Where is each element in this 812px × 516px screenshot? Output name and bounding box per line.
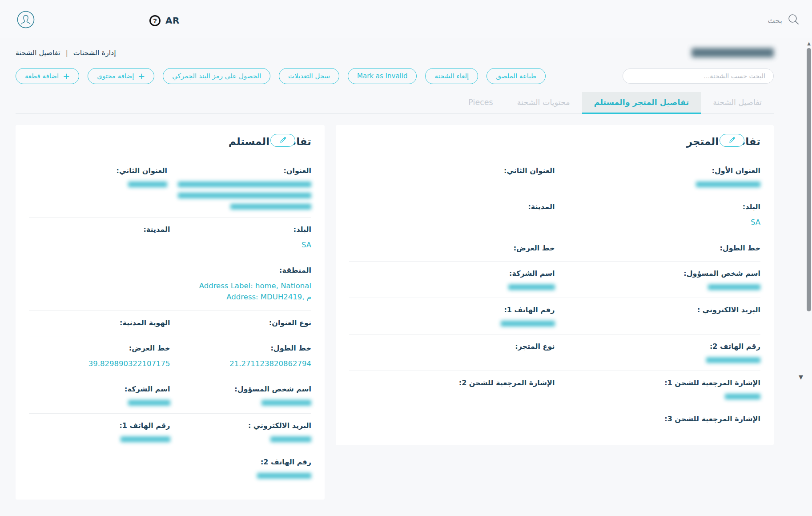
toolbar-button[interactable]: +إضافة محتوى xyxy=(88,68,154,84)
field-cell xyxy=(29,457,170,479)
breadcrumb: إدارة الشحنات | تفاصيل الشحنة xyxy=(16,48,116,57)
field-row: رقم الهاتف 2: xyxy=(29,450,311,486)
field-label: رقم الهاتف 1: xyxy=(360,305,555,315)
toolbar-button-label: إضافة محتوى xyxy=(97,72,134,80)
field-cell: خط الطول:21.271123820862794 xyxy=(170,343,312,370)
redacted-value xyxy=(725,394,760,399)
field-label: المدينة: xyxy=(360,202,555,212)
field-cell: خط الطول: xyxy=(555,243,761,254)
field-row: خط الطول:21.271123820862794خط العرض:39.8… xyxy=(29,336,311,377)
field-label: الهوية المدنية: xyxy=(40,318,170,328)
field-row: اسم شخص المسؤول:اسم الشركة: xyxy=(349,262,760,298)
recipient-details-card: تفاصيل المستلم العنوان:العنوان الثاني:ال… xyxy=(16,125,325,500)
scroll-up-arrow-icon[interactable]: ▲ xyxy=(807,41,811,46)
field-value: SA xyxy=(566,217,761,228)
field-cell: العنوان الثاني: xyxy=(29,165,167,210)
field-cell: رقم الهاتف 1: xyxy=(349,305,555,327)
redacted-value xyxy=(261,400,311,406)
redacted-value xyxy=(508,284,555,290)
edit-store-button[interactable] xyxy=(720,134,744,147)
toolbar-button[interactable]: +اضافة قطعة xyxy=(16,68,79,84)
field-cell xyxy=(29,265,170,303)
field-cell: خط العرض: xyxy=(349,243,555,254)
field-cell: الإشارة المرجعية للشحن 2: xyxy=(349,378,555,399)
field-value: SA xyxy=(181,239,312,251)
field-row: المنطقة:Address Label: home, National Ad… xyxy=(29,258,311,310)
field-cell: الهوية المدنية: xyxy=(29,318,170,328)
toolbar-button-label: الحصول على رمز البند الجمركي xyxy=(172,72,261,80)
redacted-value xyxy=(178,181,311,187)
field-row: اسم شخص المسؤول:اسم الشركة: xyxy=(29,377,311,413)
redacted-value xyxy=(128,400,170,406)
redacted-value xyxy=(501,321,555,327)
field-label: اسم شخص المسؤول: xyxy=(181,384,312,395)
field-label: البريد الالكتروني : xyxy=(566,305,761,315)
field-row: رقم الهاتف 2:نوع المتجر: xyxy=(349,335,760,371)
scroll-down-arrow-icon[interactable]: ▼ xyxy=(799,374,803,380)
field-label: العنوان الثاني: xyxy=(40,165,167,176)
field-cell: العنوان: xyxy=(167,165,311,210)
field-label: نوع المتجر: xyxy=(360,341,555,352)
edit-recipient-button[interactable] xyxy=(270,134,295,147)
field-row: العنوان الأول:العنوان الثاني: xyxy=(349,159,760,195)
field-row: خط الطول:خط العرض: xyxy=(349,236,760,261)
shipment-number-redacted xyxy=(691,48,774,57)
field-label: العنوان الأول: xyxy=(566,165,761,176)
tab-inactive[interactable]: محتويات الشحنة xyxy=(505,92,582,114)
field-cell: اسم شخص المسؤول: xyxy=(555,268,761,290)
toolbar-button[interactable]: إلغاء الشحنة xyxy=(425,68,478,84)
toolbar-button[interactable]: سجل التعديلات xyxy=(279,68,339,84)
field-cell: اسم شخص المسؤول: xyxy=(170,384,312,406)
tab-active[interactable]: تفاصيل المتجر والمستلم xyxy=(582,92,701,114)
search-icon xyxy=(788,13,800,28)
field-label: الإشارة المرجعية للشحن 1: xyxy=(566,378,761,388)
shipment-search-input[interactable] xyxy=(623,69,774,84)
detail-tabs: تفاصيل الشحنةتفاصيل المتجر والمستلممحتوي… xyxy=(16,92,774,114)
toolbar-button[interactable]: Mark as Invalid xyxy=(348,68,417,84)
top-header: ? AR بحث xyxy=(0,0,812,39)
field-label: العنوان الثاني: xyxy=(360,165,555,176)
breadcrumb-shipment-details[interactable]: تفاصيل الشحنة xyxy=(16,48,60,57)
user-avatar-icon[interactable] xyxy=(17,11,35,28)
help-glyph: ? xyxy=(153,17,157,24)
toolbar-button[interactable]: طباعة الملصق xyxy=(486,68,546,84)
tab-inactive[interactable]: Pieces xyxy=(456,92,505,114)
scrollbar-thumb[interactable] xyxy=(807,48,811,311)
field-label: رقم الهاتف 2: xyxy=(566,341,761,352)
toolbar-button-label: اضافة قطعة xyxy=(25,72,59,80)
field-row: البلد:SAالمدينة: xyxy=(29,218,311,258)
field-row: البلد:SAالمدينة: xyxy=(349,195,760,236)
field-cell: المنطقة:Address Label: home, National Ad… xyxy=(170,265,312,303)
field-label: نوع العنوان: xyxy=(181,318,312,328)
redacted-value xyxy=(128,181,167,187)
actions-toolbar: طباعة الملصقإلغاء الشحنةMark as Invalidس… xyxy=(16,68,774,84)
redacted-value xyxy=(178,193,311,198)
field-cell: البلد:SA xyxy=(555,202,761,228)
help-icon[interactable]: ? xyxy=(149,15,161,26)
plus-icon: + xyxy=(63,72,70,81)
field-label: البلد: xyxy=(181,224,312,235)
field-cell: المدينة: xyxy=(29,224,170,251)
recipient-card-title: تفاصيل المستلم xyxy=(229,136,311,147)
field-row: العنوان:العنوان الثاني: xyxy=(29,159,311,217)
field-label: اسم شخص المسؤول: xyxy=(566,268,761,279)
toolbar-button-label: إلغاء الشحنة xyxy=(434,72,469,80)
header-search-label: بحث xyxy=(768,16,782,25)
redacted-value xyxy=(121,436,170,442)
field-label: خط الطول: xyxy=(566,243,761,254)
pencil-icon xyxy=(279,136,287,145)
language-switcher[interactable]: AR xyxy=(165,15,180,26)
redacted-value xyxy=(706,357,760,363)
header-search-button[interactable]: بحث xyxy=(768,13,800,28)
field-label: البلد: xyxy=(566,202,761,212)
field-label: رقم الهاتف 2: xyxy=(181,457,312,468)
field-label: العنوان: xyxy=(178,165,311,176)
field-cell: البريد الالكتروني : xyxy=(555,305,761,327)
tab-inactive[interactable]: تفاصيل الشحنة xyxy=(701,92,774,114)
field-cell: البريد الالكتروني : xyxy=(170,420,312,442)
breadcrumb-shipments[interactable]: إدارة الشحنات xyxy=(73,48,116,57)
field-cell: البلد:SA xyxy=(170,224,312,251)
field-cell xyxy=(349,414,555,424)
toolbar-button[interactable]: الحصول على رمز البند الجمركي xyxy=(163,68,270,84)
field-label: الإشارة المرجعية للشحن 3: xyxy=(566,414,761,424)
